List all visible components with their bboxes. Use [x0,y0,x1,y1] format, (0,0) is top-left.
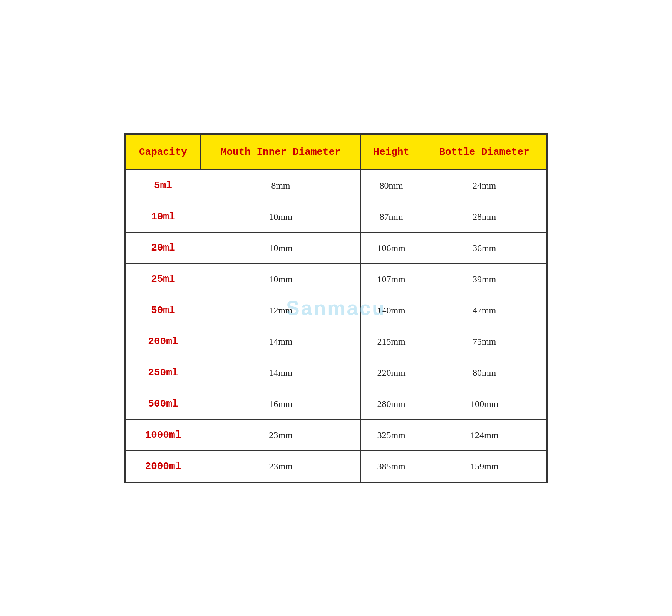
bottle-diameter-cell: 100mm [422,388,547,420]
capacity-cell: 500ml [126,388,201,420]
capacity-cell: 250ml [126,357,201,388]
bottle-diameter-cell: 39mm [422,264,547,295]
table-row: 10ml10mm87mm28mm [126,201,547,233]
mouth-diameter-cell: 10mm [201,233,360,264]
bottle-diameter-cell: 75mm [422,326,547,357]
mouth-diameter-cell: 23mm [201,420,360,451]
bottle-diameter-cell: 80mm [422,357,547,388]
mouth-diameter-cell: 12mm [201,295,360,326]
height-cell: 107mm [361,264,422,295]
mouth-diameter-cell: 10mm [201,264,360,295]
header-bottle: Bottle Diameter [422,134,547,170]
bottle-diameter-cell: 159mm [422,451,547,482]
capacity-cell: 50ml [126,295,201,326]
height-cell: 106mm [361,233,422,264]
mouth-diameter-cell: 8mm [201,170,360,201]
capacity-cell: 200ml [126,326,201,357]
header-capacity: Capacity [126,134,201,170]
table-row: 5ml8mm80mm24mm [126,170,547,201]
capacity-cell: 1000ml [126,420,201,451]
capacity-cell: 2000ml [126,451,201,482]
table-row: 25ml10mm107mm39mm [126,264,547,295]
header-height: Height [361,134,422,170]
table-row: 250ml14mm220mm80mm [126,357,547,388]
mouth-diameter-cell: 23mm [201,451,360,482]
header-mouth: Mouth Inner Diameter [201,134,360,170]
table-row: 2000ml23mm385mm159mm [126,451,547,482]
capacity-cell: 10ml [126,201,201,233]
height-cell: 140mm [361,295,422,326]
specs-table: Capacity Mouth Inner Diameter Height Bot… [125,134,547,482]
bottle-diameter-cell: 24mm [422,170,547,201]
height-cell: 87mm [361,201,422,233]
mouth-diameter-cell: 14mm [201,357,360,388]
bottle-diameter-cell: 47mm [422,295,547,326]
table-body: 5ml8mm80mm24mm10ml10mm87mm28mm20ml10mm10… [126,170,547,482]
height-cell: 80mm [361,170,422,201]
height-cell: 215mm [361,326,422,357]
bottle-diameter-cell: 36mm [422,233,547,264]
mouth-diameter-cell: 10mm [201,201,360,233]
mouth-diameter-cell: 14mm [201,326,360,357]
mouth-diameter-cell: 16mm [201,388,360,420]
capacity-cell: 25ml [126,264,201,295]
table-row: 200ml14mm215mm75mm [126,326,547,357]
table-row: 20ml10mm106mm36mm [126,233,547,264]
height-cell: 325mm [361,420,422,451]
height-cell: 385mm [361,451,422,482]
table-row: 500ml16mm280mm100mm [126,388,547,420]
table-row: 50ml12mm140mm47mm [126,295,547,326]
capacity-cell: 20ml [126,233,201,264]
height-cell: 220mm [361,357,422,388]
bottle-diameter-cell: 28mm [422,201,547,233]
table-row: 1000ml23mm325mm124mm [126,420,547,451]
bottle-diameter-cell: 124mm [422,420,547,451]
height-cell: 280mm [361,388,422,420]
table-header-row: Capacity Mouth Inner Diameter Height Bot… [126,134,547,170]
product-table-container: Sanmacu Capacity Mouth Inner Diameter He… [124,133,548,483]
capacity-cell: 5ml [126,170,201,201]
